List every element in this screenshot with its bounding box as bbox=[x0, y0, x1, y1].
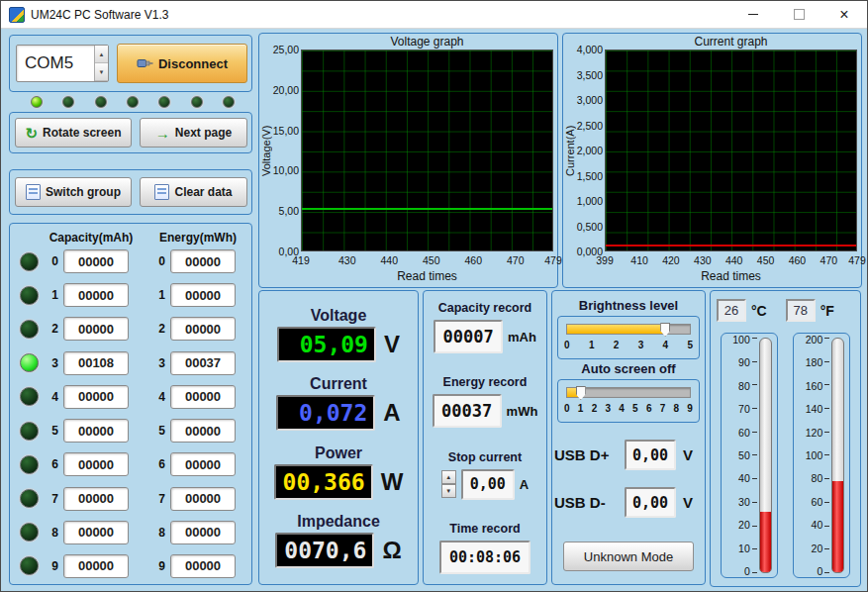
next-page-button[interactable]: → Next page bbox=[140, 118, 247, 148]
rotate-icon: ↻ bbox=[26, 126, 39, 141]
energy-value: 00037 bbox=[170, 351, 236, 375]
autoscreen-track[interactable] bbox=[566, 387, 691, 398]
voltage-label: Voltage bbox=[265, 307, 412, 325]
celsius-reading: 26 bbox=[717, 299, 746, 322]
fahrenheit-ticks bbox=[824, 338, 829, 573]
mode-button[interactable]: Unknown Mode bbox=[563, 542, 694, 571]
readouts-panel: Voltage 05,09 V Current 0,072 A Power 00… bbox=[258, 290, 419, 585]
spinner-down-icon[interactable]: ▼ bbox=[95, 63, 108, 81]
energy-value: 00000 bbox=[170, 452, 236, 476]
current-data-line bbox=[606, 245, 856, 247]
stop-current-input[interactable]: 0,00 bbox=[461, 469, 515, 500]
celsius-scale: 1009080706050403020100 bbox=[726, 334, 752, 577]
clear-data-icon bbox=[154, 184, 169, 200]
temperature-readings: 26 °C 78 °F bbox=[717, 299, 858, 322]
status-led bbox=[191, 96, 203, 108]
brightness-track[interactable] bbox=[566, 324, 691, 335]
stop-current-label: Stop current bbox=[428, 450, 542, 464]
group-select-led[interactable] bbox=[20, 523, 39, 542]
voltage-unit: V bbox=[384, 331, 400, 358]
autoscreen-thumb[interactable] bbox=[576, 386, 586, 400]
autoscreen-slider[interactable]: 0123456789 bbox=[557, 379, 700, 423]
status-led bbox=[127, 96, 139, 108]
group-select-led[interactable] bbox=[20, 489, 39, 508]
impedance-label: Impedance bbox=[265, 513, 412, 531]
group-index: 7 bbox=[47, 492, 58, 506]
disconnect-button[interactable]: Disconnect bbox=[117, 44, 247, 83]
thermometer-area: 1009080706050403020100 20018016014012010… bbox=[713, 333, 858, 578]
maximize-button[interactable] bbox=[776, 1, 821, 28]
usb-dplus-label: USB D+ bbox=[554, 446, 618, 463]
capacity-value: 00000 bbox=[63, 385, 129, 409]
action-panel: Switch group Clear data bbox=[9, 169, 252, 215]
group-index: 1 bbox=[47, 288, 58, 302]
capacity-value: 00000 bbox=[63, 419, 129, 443]
group-select-led[interactable] bbox=[20, 422, 39, 441]
group-row: 500000500000 bbox=[10, 419, 251, 443]
switch-group-button[interactable]: Switch group bbox=[15, 177, 132, 207]
capacity-value: 00000 bbox=[63, 452, 129, 476]
celsius-unit: °C bbox=[751, 303, 767, 319]
autoscreen-ticks: 0123456789 bbox=[564, 403, 693, 414]
capacity-value: 00000 bbox=[63, 554, 129, 578]
group-select-led[interactable] bbox=[20, 387, 39, 406]
energy-value: 00000 bbox=[170, 487, 236, 511]
current-graph-panel: Current graph Current(A) 4,0003,5003,000… bbox=[562, 33, 862, 288]
stepper-up-icon[interactable]: ▲ bbox=[441, 470, 456, 484]
records-panel: Capacity record 00007 mAh Energy record … bbox=[423, 290, 547, 585]
temperature-panel: 26 °C 78 °F 1009080706050403020100 20018… bbox=[710, 290, 861, 587]
com-port-select[interactable]: COM5 ▲ ▼ bbox=[16, 45, 109, 82]
brightness-ticks: 012345 bbox=[564, 340, 693, 350]
group-select-led[interactable] bbox=[20, 286, 39, 305]
minimize-icon bbox=[748, 14, 758, 15]
nav-panel: ↻ Rotate screen → Next page bbox=[9, 112, 252, 153]
window-controls: × bbox=[730, 1, 867, 28]
disconnect-label: Disconnect bbox=[158, 56, 228, 71]
energy-value: 00000 bbox=[170, 554, 236, 578]
com-port-spinner[interactable]: ▲ ▼ bbox=[94, 46, 108, 81]
capacity-record-display: 00007 bbox=[434, 320, 503, 353]
stepper-down-icon[interactable]: ▼ bbox=[441, 484, 456, 498]
time-record-display: 00:08:06 bbox=[439, 541, 530, 574]
spinner-up-icon[interactable]: ▲ bbox=[95, 46, 108, 63]
group-index: 0 bbox=[153, 254, 165, 268]
group-index: 5 bbox=[47, 424, 58, 438]
group-select-led[interactable] bbox=[20, 455, 39, 474]
group-index: 2 bbox=[47, 322, 58, 336]
voltage-readout: Voltage 05,09 V bbox=[265, 307, 412, 362]
usb-dminus-label: USB D- bbox=[554, 494, 618, 511]
current-graph-yticks: 4,0003,5003,0002,5002,0001,5001,0000,500… bbox=[571, 44, 603, 257]
brightness-slider[interactable]: 012345 bbox=[557, 316, 700, 359]
capacity-value: 00108 bbox=[63, 351, 129, 375]
voltage-data-line bbox=[302, 208, 552, 210]
group-select-led[interactable] bbox=[20, 252, 39, 271]
group-select-led[interactable] bbox=[20, 320, 39, 339]
capacity-value: 00000 bbox=[63, 283, 129, 307]
group-select-led[interactable] bbox=[20, 353, 39, 372]
voltage-display: 05,09 bbox=[277, 327, 376, 362]
fahrenheit-fill bbox=[832, 481, 843, 572]
group-index: 9 bbox=[153, 559, 165, 573]
stop-current-stepper[interactable]: ▲ ▼ bbox=[441, 470, 456, 498]
usb-dminus-row: USB D- 0,00 V bbox=[554, 487, 703, 518]
status-led bbox=[31, 96, 43, 108]
capacity-record-unit: mAh bbox=[508, 330, 536, 345]
minimize-button[interactable] bbox=[730, 1, 776, 28]
group-table-panel: Capacity(mAh) Energy(mWh) 00000000000010… bbox=[9, 223, 252, 585]
brightness-thumb[interactable] bbox=[660, 323, 670, 337]
capacity-record-label: Capacity record bbox=[428, 301, 542, 315]
power-label: Power bbox=[265, 444, 412, 462]
rotate-screen-button[interactable]: ↻ Rotate screen bbox=[15, 118, 132, 148]
power-unit: W bbox=[381, 468, 404, 496]
impedance-unit: Ω bbox=[382, 537, 401, 564]
window-title: UM24C PC Software V1.3 bbox=[31, 8, 168, 22]
fahrenheit-tube bbox=[831, 338, 844, 573]
close-button[interactable]: × bbox=[821, 1, 867, 28]
group-rows: 0000000000001000001000002000002000003001… bbox=[10, 249, 251, 578]
voltage-graph-plot bbox=[301, 49, 553, 251]
current-label: Current bbox=[265, 375, 412, 393]
group-row: 000000000000 bbox=[10, 249, 251, 273]
voltage-graph-xlabel: Read times bbox=[301, 269, 553, 283]
clear-data-button[interactable]: Clear data bbox=[140, 177, 247, 207]
group-select-led[interactable] bbox=[20, 556, 39, 575]
